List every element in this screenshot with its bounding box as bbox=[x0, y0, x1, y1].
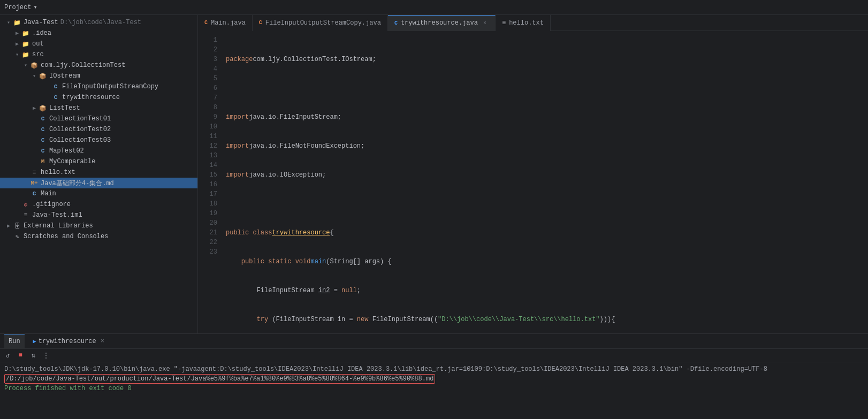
sidebar-item-collectiontest01[interactable]: C CollectionTest01 bbox=[0, 113, 197, 124]
run-tab-label: Run bbox=[9, 338, 20, 345]
sidebar-item-mycomparable[interactable]: M MyComparable bbox=[0, 156, 197, 167]
project-menu[interactable]: Project ▾ bbox=[4, 3, 37, 11]
class-c-icon: C bbox=[39, 136, 47, 144]
tab-trywith-java[interactable]: C trywithresource.java × bbox=[388, 15, 496, 31]
console-line-exit: Process finished with exit code 0 bbox=[4, 384, 864, 393]
file-txt-icon: ≡ bbox=[30, 168, 39, 177]
line-num-11: 11 bbox=[202, 132, 217, 141]
run-config-icon: ▶ bbox=[33, 338, 36, 345]
stop-button[interactable]: ■ bbox=[15, 350, 26, 361]
code-line-6 bbox=[226, 199, 864, 209]
sidebar-item-collectiontest02[interactable]: C CollectionTest02 bbox=[0, 124, 197, 135]
tree-label: CollectionTest01 bbox=[49, 115, 111, 123]
line-num-21: 21 bbox=[202, 228, 217, 238]
code-line-5: import java.io.IOException; bbox=[226, 170, 864, 180]
tree-label: Scratches and Consoles bbox=[24, 233, 108, 240]
tree-arrow: ▾ bbox=[21, 62, 30, 68]
sidebar-item-scratches[interactable]: ✎ Scratches and Consoles bbox=[0, 231, 197, 242]
sidebar-item-gitignore[interactable]: ⊘ .gitignore bbox=[0, 199, 197, 210]
external-icon: 🗄 bbox=[13, 222, 21, 230]
package-icon: 📦 bbox=[30, 61, 39, 70]
tab-hello-txt[interactable]: ≡ hello.txt bbox=[496, 15, 551, 31]
sidebar-item-com-package[interactable]: ▾ 📦 com.ljy.CollectionTest bbox=[0, 60, 197, 71]
tree-arrow: ▶ bbox=[13, 41, 21, 47]
sidebar-item-maptest02[interactable]: C MapTest02 bbox=[0, 146, 197, 156]
main-layout: ▾ 📁 Java-Test D:\job\code\Java-Test ▶ 📁 … bbox=[0, 15, 868, 333]
folder-src-icon: 📁 bbox=[21, 50, 30, 59]
tree-label: Main bbox=[41, 190, 56, 197]
line-num-22: 22 bbox=[202, 238, 217, 247]
folder-icon: 📁 bbox=[13, 18, 21, 27]
tree-label: ListTest bbox=[49, 104, 80, 112]
resume-button[interactable]: ⇅ bbox=[28, 350, 39, 361]
sidebar-item-fileinput[interactable]: C FileInputOutputStreamCopy bbox=[0, 81, 197, 92]
sidebar-item-collectiontest03[interactable]: C CollectionTest03 bbox=[0, 135, 197, 146]
txt-icon: ≡ bbox=[502, 19, 506, 27]
sidebar-item-src[interactable]: ▾ 📁 src bbox=[0, 49, 197, 60]
line-num-1: 1 bbox=[202, 35, 217, 45]
project-dropdown-icon: ▾ bbox=[33, 3, 37, 11]
code-editor[interactable]: 1 2 3 4 5 6 ▶7 ▶8 9 10 11 12 13 14 15 16 bbox=[198, 31, 868, 333]
tree-label: trywithresource bbox=[62, 94, 120, 101]
package-icon: 📦 bbox=[39, 104, 47, 112]
folder-icon: 📁 bbox=[21, 29, 30, 37]
sidebar-item-listtest[interactable]: ▶ 📦 ListTest bbox=[0, 103, 197, 113]
run-config-close[interactable]: × bbox=[101, 338, 104, 345]
rerun-button[interactable]: ↺ bbox=[2, 350, 13, 361]
more-button[interactable]: ⋮ bbox=[41, 350, 51, 361]
tree-label: Java-Test.iml bbox=[32, 211, 82, 219]
run-config-label: trywithresource bbox=[39, 338, 96, 345]
java-icon: C bbox=[204, 20, 208, 26]
sidebar-tree: ▾ 📁 Java-Test D:\job\code\Java-Test ▶ 📁 … bbox=[0, 15, 197, 333]
sidebar: ▾ 📁 Java-Test D:\job\code\Java-Test ▶ 📁 … bbox=[0, 15, 198, 333]
line-num-5: 5 bbox=[202, 74, 217, 83]
sidebar-item-external-libraries[interactable]: ▶ 🗄 External Libraries bbox=[0, 220, 197, 231]
tree-label: FileInputOutputStreamCopy bbox=[62, 83, 158, 90]
sidebar-item-out[interactable]: ▶ 📁 out bbox=[0, 39, 197, 49]
tree-label: MapTest02 bbox=[49, 147, 84, 155]
tree-arrow: ▾ bbox=[13, 51, 21, 58]
sidebar-item-hello-txt[interactable]: ≡ hello.txt bbox=[0, 167, 197, 178]
file-md-icon: M+ bbox=[30, 179, 39, 187]
sidebar-item-java-test-root[interactable]: ▾ 📁 Java-Test D:\job\code\Java-Test bbox=[0, 17, 197, 28]
line-num-4: 4 bbox=[202, 64, 217, 74]
line-num-9: 9 bbox=[202, 112, 217, 122]
tree-label: CollectionTest02 bbox=[49, 126, 111, 133]
line-numbers: 1 2 3 4 5 6 ▶7 ▶8 9 10 11 12 13 14 15 16 bbox=[198, 31, 222, 333]
sidebar-item-trywithresource[interactable]: C trywithresource bbox=[0, 92, 197, 103]
tree-label: CollectionTest03 bbox=[49, 136, 111, 144]
java-icon: C bbox=[259, 20, 262, 26]
tab-label: FileInputOutputStreamCopy.java bbox=[265, 19, 381, 27]
console-line-cmd: D:\study_tools\JDK\jdk-17.0.10\bin\java.… bbox=[4, 364, 864, 374]
tree-label: External Libraries bbox=[24, 222, 93, 230]
bottom-tab-run[interactable]: Run bbox=[4, 334, 25, 349]
class-c-icon: C bbox=[39, 125, 47, 134]
package-icon: 📦 bbox=[39, 72, 47, 80]
scratch-icon: ✎ bbox=[13, 232, 21, 241]
class-c-icon: C bbox=[39, 115, 47, 123]
sidebar-item-java-md[interactable]: M+ Java基础部分4-集合.md bbox=[0, 178, 197, 188]
line-num-19: 19 bbox=[202, 209, 217, 218]
line-num-3: 3 bbox=[202, 55, 217, 64]
tab-fileinput-java[interactable]: C FileInputOutputStreamCopy.java bbox=[253, 15, 388, 31]
code-content[interactable]: package com.ljy.CollectionTest.IOstream;… bbox=[222, 31, 868, 333]
code-line-9: FileInputStream in2 = null; bbox=[226, 286, 864, 295]
tab-label: hello.txt bbox=[509, 19, 544, 27]
tree-label: Java基础部分4-集合.md bbox=[41, 179, 114, 188]
tree-path: D:\job\code\Java-Test bbox=[60, 19, 141, 26]
tree-label: IOstream bbox=[49, 72, 80, 80]
sidebar-item-main[interactable]: C Main bbox=[0, 188, 197, 199]
sidebar-item-iostream[interactable]: ▾ 📦 IOstream bbox=[0, 71, 197, 81]
tree-label: .gitignore bbox=[32, 201, 71, 208]
tab-main-java[interactable]: C Main.java bbox=[198, 15, 253, 31]
sidebar-item-iml[interactable]: ≡ Java-Test.iml bbox=[0, 210, 197, 220]
line-num-17: 17 bbox=[202, 189, 217, 199]
run-config-tab[interactable]: ▶ trywithresource × bbox=[29, 334, 109, 349]
line-num-13: 13 bbox=[202, 151, 217, 161]
tab-label: trywithresource.java bbox=[401, 19, 478, 27]
sidebar-item-idea[interactable]: ▶ 📁 .idea bbox=[0, 28, 197, 39]
tab-close-button[interactable]: × bbox=[481, 19, 489, 27]
class-c-icon: C bbox=[39, 147, 47, 155]
line-num-18: 18 bbox=[202, 199, 217, 209]
tree-arrow: ▶ bbox=[4, 223, 13, 229]
